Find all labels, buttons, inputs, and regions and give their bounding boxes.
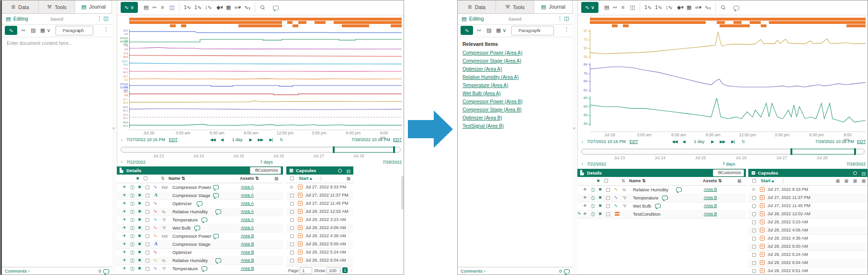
sort-icon[interactable]: ⇅ [161,176,165,181]
format-more-icon[interactable]: ⋮ [103,26,109,33]
row-checkbox[interactable] [146,259,149,263]
customize-button[interactable]: ⚙ Customize [713,169,744,176]
assets-column-header[interactable]: Assets ⇅ [703,178,722,183]
page-select[interactable]: 1 [300,267,312,274]
timezone-link[interactable]: EDT [630,139,638,144]
comment-bubble-icon[interactable] [215,209,221,214]
seeq-insert-button[interactable]: ∿ [5,26,17,35]
step-label[interactable]: 1 day [694,139,704,144]
asset-link[interactable]: Area B [241,266,254,271]
details-row[interactable]: ✈ⓘ✖∿°FWet BulbArea B [577,202,746,210]
start-column-header[interactable]: Start ▴ [299,176,312,181]
select-all-checkbox[interactable] [604,179,608,183]
navigate-icon[interactable]: ✈ [123,193,126,198]
asset-link[interactable]: Area B [704,187,717,192]
row-checkbox[interactable] [606,188,610,192]
compare-icon[interactable]: ◫ [630,4,635,11]
insert-table-icon[interactable]: ▦ ∨ [40,27,51,33]
capsule-checkbox[interactable] [290,259,294,263]
relevant-item-link[interactable]: Compressor Power (Area B) [462,99,523,104]
row-checkbox[interactable] [146,226,149,230]
tab-journal[interactable]: ▤Journal [75,0,112,13]
remove-icon[interactable]: ✖ [138,225,141,230]
journal-document[interactable]: Enter document content here... [2,37,112,267]
navigate-icon[interactable]: ✈ [123,225,126,230]
capsule-checkbox[interactable] [290,210,294,214]
step-back-icon[interactable]: ◀◀ [210,137,215,142]
comments-bar[interactable]: Comments ›0 [2,267,112,275]
prev-page-icon[interactable]: ‹ [339,268,341,273]
navigate-icon[interactable]: ✈ [583,203,587,208]
details-row[interactable]: ✈ⓘ✖ACompressor StageArea A [117,191,283,200]
navigate-icon[interactable]: ✈ [123,250,126,254]
remove-icon[interactable]: ✖ [138,274,141,275]
capsule-checkbox[interactable] [752,253,756,257]
comment-bubble-icon[interactable] [676,187,682,192]
autoscale-icon[interactable]: ↕∿ [205,4,212,11]
list-icon[interactable]: ≡ [161,4,164,10]
details-row[interactable]: ✈ⓘ✖∿°FTemperatureArea B [117,264,283,273]
row-checkbox[interactable] [146,242,149,246]
customize-button[interactable]: ⚙ Customize [250,167,281,174]
tab-data[interactable]: ≣Data [458,0,496,13]
info-icon[interactable]: ⓘ [130,217,135,223]
capsule-row[interactable]: ∿Jul 28, 2022 6:51 AM [748,267,868,275]
info-icon[interactable]: ⓘ [130,258,135,264]
capsule-checkbox[interactable] [290,218,294,222]
capsule-row[interactable]: ⊘∿Jul 27, 2022 9:33 PM [748,186,868,194]
relevant-item-link[interactable]: TestSignal (Area B) [462,123,504,129]
range-duration[interactable]: 7 days [722,162,735,166]
refresh-icon[interactable]: ↻ [280,137,282,142]
range-duration[interactable]: 7 days [260,160,273,165]
capsule-grid-config-icon[interactable]: ▦ [844,178,848,183]
details-row[interactable]: ✈ⓘ✖∿°FTemperatureArea A [117,216,283,224]
timezone-link[interactable]: EDT [169,137,178,142]
labels-icon[interactable]: ◆▾ [216,4,223,11]
remove-icon[interactable]: ✖ [598,211,602,216]
capsule-row[interactable]: ∿Jul 28, 2022 5:24 AM [286,248,353,257]
relevant-item-link[interactable]: Compressor Power (Area A) [462,50,522,55]
timezone-link-end[interactable]: EDT [857,139,866,144]
investigate-range-track[interactable] [121,147,401,153]
remove-icon[interactable]: ✖ [138,258,141,263]
annotate-icon[interactable] [733,6,739,10]
info-icon[interactable]: ⓘ [130,250,135,256]
details-row[interactable]: ✈ⓘ✖ACompressor StageArea B [117,240,283,249]
remove-icon[interactable]: ✖ [138,185,141,189]
collapse-chevron-icon[interactable]: « [113,126,115,131]
trend-view-button[interactable]: ∿ ∨ [581,2,598,13]
capsule-checkbox[interactable] [290,194,294,198]
asset-link[interactable]: Area A [241,225,254,230]
capsule-row[interactable]: ∿Jul 27, 2022 11:45 PM [748,202,868,210]
remove-icon[interactable]: ✖ [138,217,141,222]
capsule-checkbox[interactable] [290,242,294,246]
comment-bubble-icon[interactable] [662,196,668,200]
comment-bubble-icon[interactable] [197,201,203,206]
range-handle-right[interactable] [393,146,395,153]
insert-link-icon[interactable]: ∾ [21,27,25,33]
asset-link[interactable]: Area B [704,211,717,216]
sort-icon[interactable]: ⇅ [621,178,625,183]
annotate-icon[interactable] [273,6,279,10]
relevant-item-link[interactable]: Relative Humidity (Area A) [462,75,519,80]
gridlines-icon[interactable]: ▦ [687,4,691,11]
next-page-icon[interactable]: › [351,268,352,273]
gridlines-icon[interactable]: ▦ [226,4,231,11]
relevant-item-link[interactable]: Optimizer (Area A) [462,66,502,72]
details-row[interactable]: ✈ⓘ✖∿kWCompressor PowerArea B [117,232,283,241]
comment-bubble-icon[interactable] [655,204,661,208]
nudge-forward-icon[interactable]: ▶ [711,139,714,144]
capsule-checkbox[interactable] [290,226,294,230]
journal-menu-icon[interactable]: ⋮ [97,15,102,22]
asset-link[interactable]: Area B [241,274,254,275]
select-all-checkbox[interactable] [144,176,147,180]
capsule-checkbox[interactable] [752,204,756,208]
details-row[interactable]: ✈ⓘ✖∿°FTemperatureArea B [577,194,746,202]
capsules-select-all-checkbox[interactable] [752,179,756,183]
navigate-icon[interactable]: ✈ [123,201,126,206]
capsule-row[interactable]: ∿Jul 27, 2022 11:37 PM [286,191,353,200]
capsule-row[interactable]: ⊘∿Jul 27, 2022 9:33 PM [286,183,353,192]
collapse-chevron-icon[interactable]: « [573,126,575,131]
details-row[interactable]: ✈ⓘ✖∿OptimizerArea A [117,199,283,208]
insert-image-icon[interactable]: ▨ [31,27,35,33]
